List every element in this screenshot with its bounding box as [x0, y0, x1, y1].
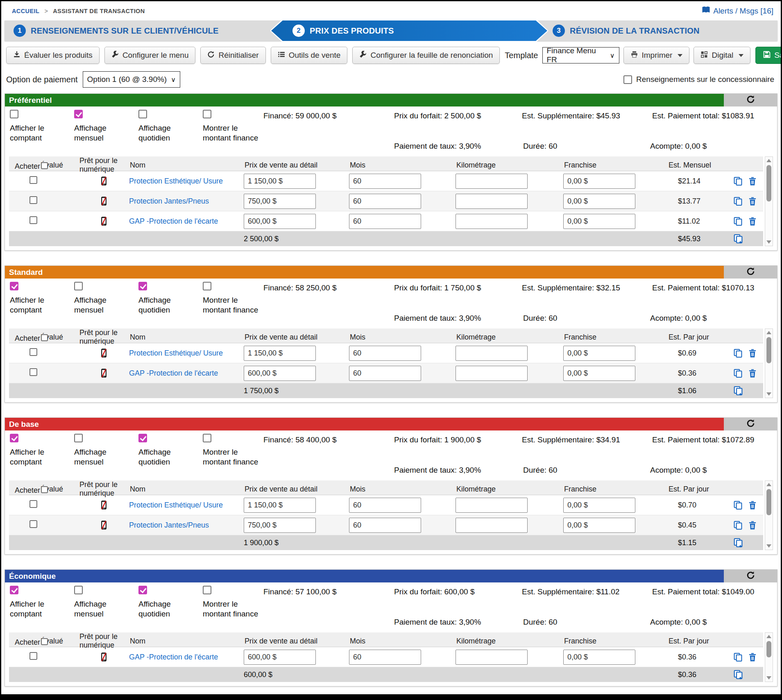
mileage-input[interactable] [456, 194, 528, 209]
display-option-checkbox[interactable] [138, 586, 147, 594]
scroll-up-arrow[interactable] [765, 633, 773, 640]
payment-option-select[interactable]: Option 1 (60 @ 3.90%) ∨ [83, 71, 180, 88]
product-link[interactable]: GAP -Protection de l'écarte [129, 369, 218, 377]
wizard-step-2-active[interactable]: 2 PRIX DES PRODUITS [270, 19, 549, 42]
mileage-input[interactable] [456, 346, 528, 361]
scroll-down-arrow[interactable] [765, 238, 773, 246]
trash-icon[interactable] [748, 217, 757, 226]
wizard-step-3[interactable]: 3 RÉVISION DE LA TRANSACTION [553, 20, 700, 41]
product-link[interactable]: Protection Esthétique/ Usure [129, 349, 223, 357]
breadcrumb-home-link[interactable]: ACCUEIL [12, 8, 39, 14]
buy-checkbox[interactable] [29, 500, 37, 508]
months-input[interactable] [349, 346, 421, 361]
copy-icon[interactable] [733, 369, 743, 378]
configure-waiver-button[interactable]: Configurer la feuille de renonciation [352, 47, 500, 64]
display-option-checkbox[interactable] [10, 110, 18, 118]
retail-price-input[interactable] [244, 214, 316, 229]
scroll-up-arrow[interactable] [765, 481, 773, 488]
retail-price-input[interactable] [244, 174, 316, 189]
trash-icon[interactable] [748, 349, 757, 358]
mileage-input[interactable] [456, 498, 528, 513]
configure-menu-button[interactable]: Configurer le menu [104, 47, 196, 64]
display-option-checkbox[interactable] [10, 586, 18, 594]
product-link[interactable]: GAP -Protection de l'écarte [129, 653, 218, 661]
table-scrollbar[interactable] [765, 480, 773, 550]
select-all-checkbox[interactable] [41, 162, 48, 169]
copy-icon[interactable] [733, 521, 743, 530]
display-option-checkbox[interactable] [203, 110, 211, 118]
trash-icon[interactable] [748, 501, 757, 510]
display-option-checkbox[interactable] [74, 586, 83, 594]
trash-icon[interactable] [748, 369, 757, 378]
months-input[interactable] [349, 194, 421, 209]
product-link[interactable]: Protection Esthétique/ Usure [129, 501, 223, 509]
franchise-input[interactable] [563, 174, 635, 189]
mileage-input[interactable] [456, 174, 528, 189]
trash-icon[interactable] [748, 197, 757, 206]
scrollbar-thumb[interactable] [766, 165, 771, 202]
retail-price-input[interactable] [244, 366, 316, 381]
franchise-input[interactable] [563, 650, 635, 665]
scroll-down-arrow[interactable] [765, 390, 773, 398]
display-option-checkbox[interactable] [74, 110, 83, 118]
copy-icon[interactable] [733, 501, 743, 510]
table-scrollbar[interactable] [765, 632, 773, 682]
table-scrollbar[interactable] [765, 156, 773, 246]
display-option-checkbox[interactable] [203, 282, 211, 290]
product-link[interactable]: Protection Esthétique/ Usure [129, 177, 223, 185]
months-input[interactable] [349, 650, 421, 665]
buy-checkbox[interactable] [29, 652, 37, 660]
scroll-up-arrow[interactable] [765, 157, 773, 164]
section-refresh-button[interactable] [724, 570, 777, 582]
retail-price-input[interactable] [244, 518, 316, 533]
display-option-checkbox[interactable] [10, 434, 18, 442]
franchise-input[interactable] [563, 366, 635, 381]
save-button[interactable]: Sauvegarder [755, 47, 782, 64]
buy-checkbox[interactable] [29, 176, 37, 184]
display-option-checkbox[interactable] [138, 434, 147, 442]
franchise-input[interactable] [563, 518, 635, 533]
template-select[interactable]: Finance Menu FR ∨ [542, 47, 619, 63]
copy-icon[interactable] [733, 177, 743, 186]
mileage-input[interactable] [456, 366, 528, 381]
buy-checkbox[interactable] [29, 348, 37, 356]
select-all-checkbox[interactable] [41, 334, 48, 341]
copy-icon[interactable] [733, 349, 743, 358]
months-input[interactable] [349, 498, 421, 513]
copy-icon[interactable] [733, 652, 743, 662]
display-option-checkbox[interactable] [74, 282, 83, 290]
wizard-step-1[interactable]: 1 RENSEIGNEMENTS SUR LE CLIENT/VÉHICULE [14, 20, 219, 41]
retail-price-input[interactable] [244, 650, 316, 665]
months-input[interactable] [349, 174, 421, 189]
scroll-up-arrow[interactable] [765, 329, 773, 336]
scrollbar-thumb[interactable] [766, 489, 771, 515]
copy-plus-icon[interactable] [733, 234, 743, 244]
scrollbar-thumb[interactable] [766, 337, 771, 363]
display-option-checkbox[interactable] [138, 282, 147, 290]
copy-plus-icon[interactable] [733, 670, 743, 680]
months-input[interactable] [349, 518, 421, 533]
display-option-checkbox[interactable] [203, 434, 211, 442]
retail-price-input[interactable] [244, 498, 316, 513]
product-link[interactable]: Protection Jantes/Pneus [129, 521, 209, 529]
display-option-checkbox[interactable] [203, 586, 211, 594]
copy-icon[interactable] [733, 217, 743, 226]
select-all-checkbox[interactable] [41, 638, 48, 645]
reset-button[interactable]: Réinitialiser [200, 47, 265, 64]
section-refresh-button[interactable] [724, 94, 777, 106]
trash-icon[interactable] [748, 177, 757, 186]
alerts-msgs-link[interactable]: Alerts / Msgs [16] [702, 6, 773, 16]
section-refresh-button[interactable] [724, 266, 777, 279]
franchise-input[interactable] [563, 346, 635, 361]
trash-icon[interactable] [748, 652, 757, 662]
copy-plus-icon[interactable] [733, 538, 743, 548]
evaluate-products-button[interactable]: Évaluer les produits [6, 47, 100, 64]
copy-plus-icon[interactable] [733, 386, 743, 396]
dealer-info-checkbox[interactable] [623, 75, 632, 84]
buy-checkbox[interactable] [29, 520, 37, 528]
display-option-checkbox[interactable] [74, 434, 83, 442]
product-link[interactable]: GAP -Protection de l'écarte [129, 217, 218, 225]
months-input[interactable] [349, 214, 421, 229]
mileage-input[interactable] [456, 518, 528, 533]
buy-checkbox[interactable] [29, 368, 37, 376]
